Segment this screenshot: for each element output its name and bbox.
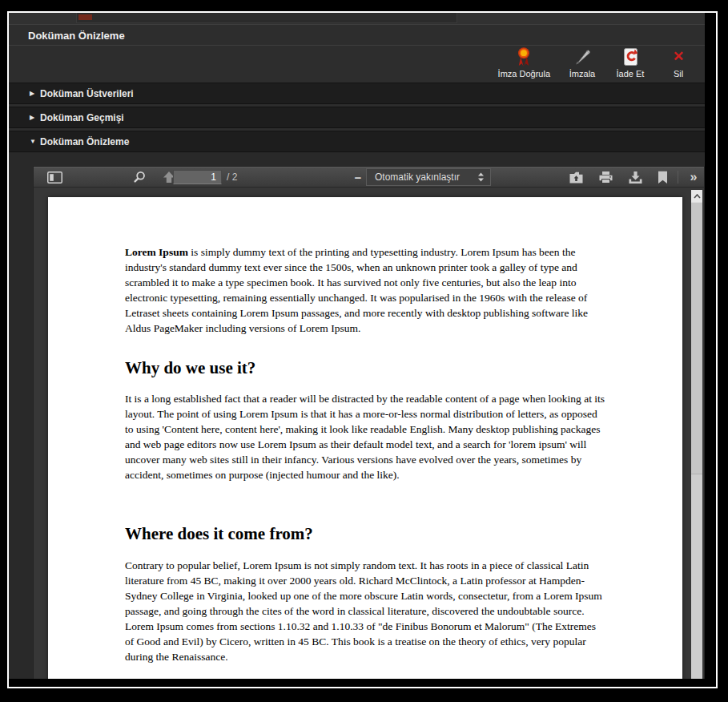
paragraph-where: Contrary to popular belief, Lorem Ipsum …	[125, 558, 607, 664]
zoom-out-button[interactable]: −	[351, 167, 365, 188]
action-buttons: İmza Doğrula İmzala	[496, 46, 697, 83]
sign-label: İmzala	[569, 69, 595, 79]
return-button[interactable]: İade Et	[612, 46, 649, 83]
lorem-ipsum-bold: Lorem Ipsum	[125, 246, 188, 258]
download-button[interactable]	[625, 167, 646, 188]
more-tools-button[interactable]: »	[682, 167, 703, 188]
screenshot-frame: Doküman Önizleme İmza Doğrula	[7, 11, 718, 688]
bookmark-button[interactable]	[653, 167, 672, 188]
search-button[interactable]	[131, 167, 147, 188]
zoom-select-value: Otomatik yakınlaştır	[367, 171, 477, 183]
delete-x-icon: ✕	[673, 46, 684, 67]
pdf-viewer-canvas-area: Lorem Ipsum is simply dummy text of the …	[34, 188, 704, 679]
download-icon	[628, 171, 643, 184]
page-count: / 2	[227, 167, 237, 188]
chevron-right-icon: ▶	[30, 114, 39, 121]
scrollbar-up-button[interactable]	[691, 190, 702, 202]
scrollbar-thumb[interactable]	[691, 202, 702, 474]
top-cutoff-widget	[76, 13, 457, 23]
vertical-scrollbar[interactable]	[691, 190, 702, 679]
pen-icon	[573, 46, 592, 67]
delete-label: Sil	[674, 69, 683, 79]
toolbar-separator	[678, 171, 678, 184]
viewer-outer: / 2 − + Otomatik yakınlaştır	[9, 152, 705, 679]
section-label: Doküman Üstverileri	[40, 88, 134, 99]
paragraph-why: It is a long established fact that a rea…	[125, 391, 607, 482]
delete-button[interactable]: ✕ Sil	[660, 46, 697, 83]
heading-why-do-we-use-it: Why do we use it?	[125, 358, 607, 377]
pdf-page: Lorem Ipsum is simply dummy text of the …	[48, 197, 682, 679]
sidebar-toggle-button[interactable]	[46, 167, 63, 188]
sign-button[interactable]: İmzala	[564, 46, 601, 83]
app-window: Doküman Önizleme İmza Doğrula	[9, 13, 705, 679]
paragraph-intro: Lorem Ipsum is simply dummy text of the …	[125, 244, 607, 336]
heading-where-does-it-come-from: Where does it come from?	[125, 524, 607, 543]
return-label: İade Et	[617, 69, 645, 79]
section-dokuman-ustverileri[interactable]: ▶ Doküman Üstverileri	[9, 83, 705, 104]
open-file-button[interactable]	[565, 167, 586, 188]
top-cutoff-strip	[9, 13, 705, 24]
return-icon	[622, 46, 639, 67]
zoom-select[interactable]: Otomatik yakınlaştır	[366, 168, 491, 186]
scroll-up-arrow-icon	[694, 194, 701, 199]
pdf-toolbar: / 2 − + Otomatik yakınlaştır	[34, 167, 704, 188]
print-button[interactable]	[595, 167, 616, 188]
minus-icon: −	[355, 171, 362, 184]
verify-signature-button[interactable]: İmza Doğrula	[496, 46, 553, 83]
section-dokuman-onizleme[interactable]: ▼ Doküman Önizleme	[9, 131, 705, 152]
section-label: Doküman Geçmişi	[40, 112, 124, 123]
search-icon	[133, 171, 146, 184]
page-number-input[interactable]	[173, 170, 222, 184]
bookmark-icon	[658, 171, 668, 184]
top-cutoff-red-chip	[78, 14, 92, 20]
seal-icon	[515, 46, 533, 67]
print-icon	[598, 171, 613, 184]
open-file-icon	[569, 171, 584, 184]
action-toolbar: İmza Doğrula İmzala	[9, 46, 705, 83]
section-dokuman-gecmisi[interactable]: ▶ Doküman Geçmişi	[9, 107, 705, 128]
chevron-down-icon: ▼	[30, 138, 39, 145]
double-chevron-right-icon: »	[690, 170, 696, 184]
title-bar: Doküman Önizleme	[9, 24, 705, 46]
select-arrows-icon	[477, 172, 485, 182]
page-title: Doküman Önizleme	[28, 30, 125, 42]
section-label: Doküman Önizleme	[40, 136, 129, 147]
sidebar-toggle-icon	[47, 171, 62, 184]
verify-signature-label: İmza Doğrula	[498, 69, 550, 79]
pdf-viewer: / 2 − + Otomatik yakınlaştır	[33, 166, 705, 679]
chevron-right-icon: ▶	[30, 90, 39, 97]
